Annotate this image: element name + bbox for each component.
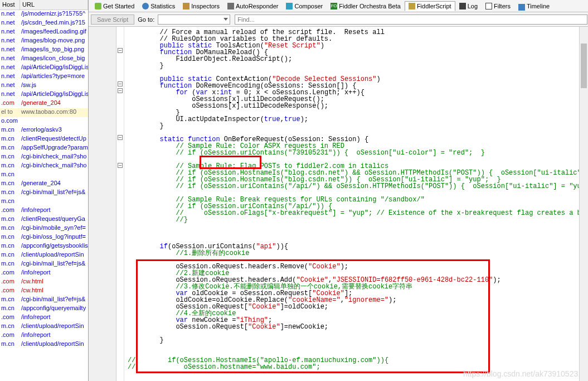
table-row[interactable]: .com/info/report	[0, 331, 88, 340]
table-row[interactable]: .com/cw.html	[0, 287, 88, 296]
fil-icon	[485, 3, 492, 9]
scrollbar-vertical[interactable]	[579, 27, 588, 381]
table-row[interactable]: o.com	[0, 117, 88, 126]
host-cell: n.net	[0, 64, 20, 73]
tab-label: Get Started	[103, 3, 134, 9]
host-cell: .com	[0, 287, 20, 296]
table-row[interactable]: m.cn/clientRequest/detectUp	[0, 135, 88, 144]
url-cell: www.taobao.com:80	[20, 108, 88, 117]
url-cell: /info/report	[20, 206, 88, 215]
table-row[interactable]: .com/info/report	[0, 206, 88, 215]
table-row[interactable]: m.cn/cgi-bin/check_mail?sho	[0, 162, 88, 171]
host-cell: .com	[0, 331, 20, 340]
auto-icon	[227, 3, 234, 9]
tab-composer[interactable]: Composer	[282, 1, 327, 11]
tab-get-started[interactable]: Get Started	[91, 1, 138, 11]
url-cell: /cgi-bin/mail_list?ef=js&	[20, 189, 88, 197]
table-row[interactable]: n.net/images/is_top_big.png	[0, 46, 88, 55]
table-row[interactable]: n.net/js/csdn_feed.min.js?15	[0, 19, 88, 28]
table-row[interactable]: m.cn	[0, 197, 88, 206]
tab-fiddler-orchestra-beta[interactable]: FOFiddler Orchestra Beta	[327, 1, 405, 11]
table-row[interactable]: m.cn	[0, 171, 88, 180]
table-row[interactable]: m.cn/client/upload/reportSin	[0, 340, 88, 349]
url-cell: /js/modernizr.js?15755^	[20, 10, 88, 19]
table-row[interactable]: n.net/sw.js	[0, 81, 88, 90]
chevron-down-icon[interactable]	[223, 18, 228, 21]
table-row[interactable]: n.net/api/articles?type=more	[0, 73, 88, 81]
table-row[interactable]: .com/generate_204	[0, 99, 88, 108]
table-row[interactable]: .com/info/report	[0, 314, 88, 322]
table-row[interactable]: n.net/images/blog-move.png	[0, 37, 88, 46]
table-row[interactable]: m.cn/client/upload/reportSin	[0, 251, 88, 260]
url-cell: /cgi-bin/check_mail?sho	[20, 153, 88, 162]
tab-log[interactable]: Log	[455, 1, 482, 11]
host-cell: m.cn	[0, 242, 20, 251]
url-cell: /api/ArticleDigg/isDiggLis	[20, 64, 88, 73]
table-row[interactable]: el towww.taobao.com:80	[0, 108, 88, 117]
url-cell: /info/report	[20, 314, 88, 322]
table-row[interactable]: n.net/api/ArticleDigg/isDiggLis	[0, 90, 88, 99]
table-row[interactable]: m.cn/errorlog/askv3	[0, 126, 88, 135]
table-row[interactable]: n.net/images/icon_close_big	[0, 55, 88, 64]
url-cell: /cgi-bin/mail_list?ef=js&	[20, 296, 88, 305]
tab-autoresponder[interactable]: AutoResponder	[223, 1, 282, 11]
script-toolbar: Save Script Go to: ClassView	[89, 12, 588, 27]
tab-label: Statistics	[150, 3, 175, 9]
table-row[interactable]: m.cn/client/upload/reportSin	[0, 322, 88, 331]
goto-label: Go to:	[138, 16, 154, 23]
fold-icon[interactable]	[118, 48, 123, 53]
table-row[interactable]: n.net/api/ArticleDigg/isDiggLis	[0, 64, 88, 73]
url-cell: /clientRequest/detectUp	[20, 135, 88, 144]
scrollbar-thumb[interactable]	[581, 44, 587, 88]
fs-icon	[409, 3, 415, 9]
url-cell: /images/is_top_big.png	[20, 46, 88, 55]
fold-column[interactable]	[116, 27, 124, 381]
host-cell: m.cn	[0, 322, 20, 331]
tab-statistics[interactable]: Statistics	[138, 1, 179, 11]
fold-icon[interactable]	[118, 81, 123, 86]
table-row[interactable]: n.net/js/modernizr.js?15755^	[0, 10, 88, 19]
save-script-button[interactable]: Save Script	[91, 15, 134, 25]
tab-fiddlerscript[interactable]: FiddlerScript	[405, 1, 455, 11]
table-row[interactable]: m.cn/clientRequest/queryGa	[0, 215, 88, 224]
table-row[interactable]: m.cn/cgi-bin/check_mail?sho	[0, 153, 88, 162]
table-row[interactable]: m.cn/appSelfUpgrade?param	[0, 144, 88, 153]
log-icon	[459, 3, 466, 9]
url-cell: /images/blog-move.png	[20, 37, 88, 46]
table-row[interactable]: m.cn/appconfig/getsysbooklis	[0, 242, 88, 251]
host-cell: n.net	[0, 46, 20, 55]
find-input[interactable]	[235, 15, 587, 25]
sessions-list[interactable]: n.net/js/modernizr.js?15755^n.net/js/csd…	[0, 10, 88, 381]
fo-icon: FO	[331, 3, 337, 9]
tab-inspectors[interactable]: Inspectors	[179, 1, 223, 11]
url-cell: /cgi-bin/oss_log?inputf=	[20, 233, 88, 242]
table-row[interactable]: m.cn/cgi-bin/mail_list?ef=js&	[0, 189, 88, 197]
url-cell: /client/upload/reportSin	[20, 251, 88, 260]
host-cell: m.cn	[0, 251, 20, 260]
table-row[interactable]: m.cn/generate_204	[0, 180, 88, 189]
table-row[interactable]: .com/cw.html	[0, 278, 88, 287]
table-row[interactable]: m.cn/cgi-bin/mail_list?ef=js&	[0, 260, 88, 269]
host-cell: n.net	[0, 55, 20, 64]
host-cell: n.net	[0, 28, 20, 37]
table-row[interactable]: m.cn/cgi-bin/oss_log?inputf=	[0, 233, 88, 242]
table-row[interactable]: m.cn/cgi-bin/mail_list?ef=js&	[0, 296, 88, 305]
table-row[interactable]: n.net/images/feedLoading.gif	[0, 28, 88, 37]
tab-filters[interactable]: Filters	[482, 1, 514, 11]
tab-timeline[interactable]: Timeline	[514, 0, 553, 12]
table-row[interactable]: m.cn/appconfig/queryemailty	[0, 305, 88, 314]
code-editor[interactable]: // Force a manual reload of the script f…	[89, 27, 588, 381]
fold-icon[interactable]	[118, 163, 123, 168]
col-host[interactable]: Host	[0, 0, 20, 9]
get-icon	[95, 3, 101, 9]
url-cell	[20, 171, 88, 180]
fold-icon[interactable]	[118, 88, 123, 93]
sessions-panel: Host URL n.net/js/modernizr.js?15755^n.n…	[0, 0, 89, 381]
table-row[interactable]: .com/info/report	[0, 269, 88, 278]
fold-icon[interactable]	[118, 135, 123, 140]
goto-input[interactable]	[158, 15, 230, 25]
code-area[interactable]: // Force a manual reload of the script f…	[124, 27, 588, 381]
right-panel: Get StartedStatisticsInspectorsAutoRespo…	[89, 0, 588, 381]
table-row[interactable]: m.cn/cgi-bin/mobile_syn?ef=	[0, 224, 88, 233]
col-url[interactable]: URL	[20, 0, 88, 9]
